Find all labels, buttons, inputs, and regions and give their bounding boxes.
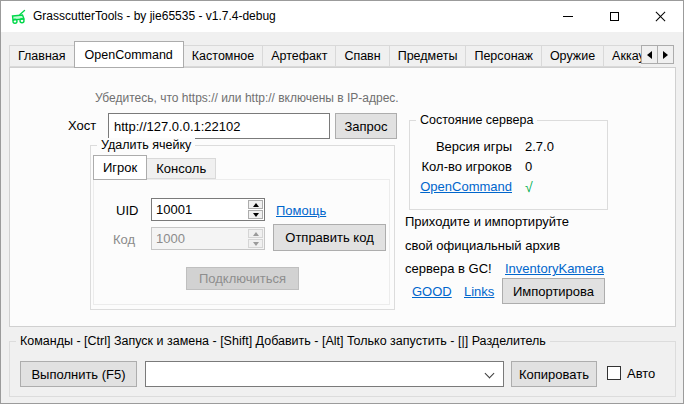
arrow-left-icon	[647, 51, 652, 59]
commands-group-title: Команды - [Ctrl] Запуск и замена - [Shif…	[16, 334, 550, 348]
import-text-line1: Приходите и импортируйте	[405, 214, 569, 229]
opencommand-check-icon: √	[525, 179, 533, 195]
titlebar: GrasscutterTools - by jie65535 - v1.7.4-…	[1, 1, 683, 32]
window-title: GrasscutterTools - by jie65535 - v1.7.4-…	[33, 1, 276, 32]
code-updown	[247, 228, 264, 249]
tab-scroll-right-button[interactable]	[657, 45, 674, 64]
uid-down-button[interactable]	[248, 210, 263, 219]
query-button[interactable]: Запрос	[335, 113, 397, 139]
host-label: Хост	[68, 118, 96, 133]
minimize-button[interactable]	[545, 1, 591, 32]
command-combobox[interactable]	[145, 361, 504, 387]
delete-cell-tabstrip: Игрок Консоль	[93, 155, 215, 180]
opencommand-link[interactable]: OpenCommand	[410, 179, 512, 194]
import-button[interactable]: Импортирова	[502, 278, 605, 304]
auto-checkbox-label: Авто	[627, 366, 655, 381]
tab-glavnaya[interactable]: Главная	[9, 45, 75, 67]
arrow-down-icon	[253, 213, 259, 217]
grasscutter-tools-window: GrasscutterTools - by jie65535 - v1.7.4-…	[0, 0, 684, 404]
close-icon	[655, 11, 666, 22]
uid-input[interactable]	[152, 199, 247, 220]
tab-akkaunt[interactable]: Аккаунт	[603, 45, 641, 67]
close-button[interactable]	[637, 1, 683, 32]
uid-stepper[interactable]	[151, 198, 265, 221]
game-version-value: 2.7.0	[525, 139, 554, 154]
server-status-group-title: Состояние сервера	[416, 113, 537, 127]
tab-personazh[interactable]: Персонаж	[465, 45, 541, 67]
code-input	[152, 228, 247, 249]
tab-scroll-left-button[interactable]	[641, 45, 658, 64]
player-count-value: 0	[525, 159, 532, 174]
send-code-button[interactable]: Отправить код	[273, 224, 386, 251]
command-input[interactable]	[146, 362, 503, 386]
help-link[interactable]: Помощь	[276, 203, 326, 218]
host-input[interactable]	[108, 113, 330, 139]
tab-console[interactable]: Консоль	[146, 158, 216, 179]
code-up-button	[248, 229, 263, 238]
tab-player[interactable]: Игрок	[93, 155, 147, 180]
arrow-down-icon	[253, 242, 259, 246]
uid-up-button[interactable]	[248, 200, 263, 209]
opencommand-page: Убедитесь, что https:// или http:// вклю…	[9, 67, 676, 327]
https-hint-text: Убедитесь, что https:// или http:// вклю…	[95, 91, 399, 105]
tab-opencommand[interactable]: OpenCommand	[74, 41, 184, 68]
uid-updown	[247, 199, 264, 220]
maximize-button[interactable]	[591, 1, 637, 32]
auto-checkbox[interactable]	[607, 366, 621, 380]
code-label: Код	[113, 232, 135, 247]
tab-predmety[interactable]: Предметы	[389, 45, 467, 67]
maximize-icon	[610, 12, 619, 21]
links-link[interactable]: Links	[464, 284, 494, 299]
code-stepper	[151, 227, 265, 250]
connect-button: Подключиться	[186, 267, 299, 290]
good-link[interactable]: GOOD	[412, 284, 452, 299]
commands-group: Команды - [Ctrl] Запуск и замена - [Shif…	[9, 341, 676, 397]
uid-label: UID	[116, 203, 138, 218]
app-logo-icon	[10, 8, 28, 25]
inventorykamera-link[interactable]: InventoryKamera	[505, 261, 604, 276]
game-version-label: Версия игры	[410, 139, 512, 154]
code-down-button	[248, 239, 263, 248]
delete-cell-group: Удалить ячейку Игрок Консоль UID Помощь …	[90, 145, 395, 310]
tab-oruzhie[interactable]: Оружие	[541, 45, 604, 67]
tab-spavn[interactable]: Спавн	[335, 45, 389, 67]
main-tabstrip: Главная OpenCommand Кастомное Артефакт С…	[9, 41, 641, 68]
tab-artefakt[interactable]: Артефакт	[262, 45, 336, 67]
copy-button[interactable]: Копировать	[511, 361, 597, 387]
minimize-icon	[563, 16, 573, 17]
run-button[interactable]: Выполнить (F5)	[20, 361, 137, 387]
tab-kastomnoe[interactable]: Кастомное	[183, 45, 263, 67]
server-status-group: Состояние сервера Версия игры 2.7.0 Кол-…	[409, 120, 608, 210]
arrow-right-icon	[663, 51, 668, 59]
import-text-line3: сервера в GC!	[405, 261, 492, 276]
arrow-up-icon	[253, 232, 259, 236]
import-text-line2: свой официальный архив	[405, 238, 560, 253]
player-count-label: Кол-во игроков	[410, 159, 512, 174]
delete-cell-group-title: Удалить ячейку	[97, 138, 195, 152]
arrow-up-icon	[253, 203, 259, 207]
